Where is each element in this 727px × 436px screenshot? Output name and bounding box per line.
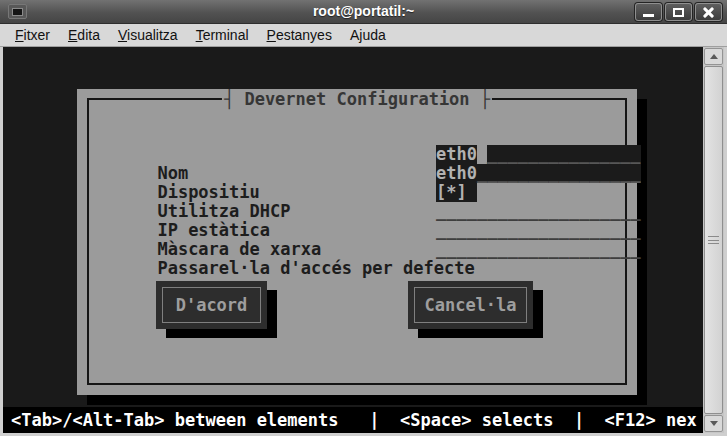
dhcp-checkbox[interactable]: [*]: [436, 183, 477, 202]
nom-input[interactable]: eth0_______________: [436, 145, 641, 164]
status-text: <Tab>/<Alt-Tab> between elements | <Spac…: [11, 410, 697, 430]
field-row-gateway: Passarel·la d'accés per defecte ________…: [96, 240, 626, 259]
menu-ajuda[interactable]: Ajuda: [341, 26, 395, 45]
maximize-button[interactable]: [665, 3, 692, 21]
scrollbar-thumb[interactable]: [704, 66, 723, 414]
window-controls: [635, 3, 722, 21]
menubar: Fitxer Edita Visualitza Terminal Pestany…: [0, 24, 727, 47]
field-label: Passarel·la d'accés per defecte: [157, 258, 474, 278]
ip-input-disabled: ____________________: [436, 201, 641, 221]
titlebar[interactable]: root@portatil:~: [0, 0, 727, 24]
dialog-title: ┤ Devernet Configuration ├: [222, 90, 492, 109]
menu-visualitza[interactable]: Visualitza: [109, 26, 187, 45]
field-row-dispositiu: Dispositiu eth0________________: [96, 164, 626, 183]
scrollbar-grip-icon: [708, 236, 719, 244]
field-row-netmask: Màscara de xarxa ____________________: [96, 221, 626, 240]
menu-terminal[interactable]: Terminal: [187, 26, 258, 45]
terminal-window: root@portatil:~ Fitxer Edita Visualitza …: [0, 0, 727, 436]
scroll-up-button[interactable]: [704, 48, 723, 65]
minimize-icon: [643, 14, 654, 17]
window-frame-left: [0, 47, 3, 436]
window-title: root@portatil:~: [0, 0, 727, 24]
field-row-nom: Nom eth0_______________: [96, 145, 626, 164]
gateway-input-disabled: ____________________: [436, 239, 641, 259]
menu-edita[interactable]: Edita: [59, 26, 109, 45]
minimize-button[interactable]: [635, 3, 662, 21]
field-row-dhcp: Utilitza DHCP [*]: [96, 183, 626, 202]
dispositiu-input[interactable]: eth0________________: [436, 164, 641, 183]
scroll-down-icon: [710, 421, 718, 426]
network-config-dialog: ┤ Devernet Configuration ├ Nom eth0_____…: [77, 89, 637, 395]
scrollbar[interactable]: [703, 47, 724, 433]
scroll-down-button[interactable]: [704, 415, 723, 432]
ok-button[interactable]: D'acord: [156, 281, 267, 329]
menu-fitxer[interactable]: Fitxer: [6, 26, 59, 45]
status-bar: <Tab>/<Alt-Tab> between elements | <Spac…: [3, 407, 703, 433]
close-icon: [702, 6, 715, 19]
close-button[interactable]: [695, 3, 722, 21]
field-row-ip: IP estàtica ____________________: [96, 202, 626, 221]
maximize-icon: [673, 8, 684, 17]
netmask-input-disabled: ____________________: [436, 220, 641, 240]
cancel-button[interactable]: Cancel·la: [408, 281, 533, 329]
menu-pestanyes[interactable]: Pestanyes: [258, 26, 341, 45]
scroll-up-icon: [710, 54, 718, 59]
text-cursor: [477, 145, 487, 164]
